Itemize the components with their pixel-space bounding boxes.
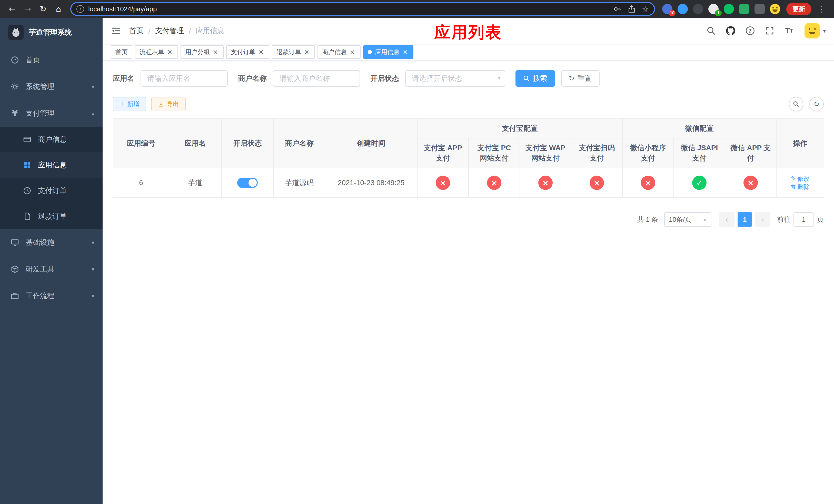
- goto-suffix: 页: [817, 215, 824, 224]
- search-icon[interactable]: [703, 23, 719, 39]
- close-icon[interactable]: ×: [303, 48, 310, 55]
- sidebar-item-pay-order[interactable]: 支付订单: [0, 178, 103, 204]
- close-icon[interactable]: ×: [212, 48, 219, 55]
- info-icon[interactable]: i: [76, 5, 84, 13]
- avatar: [805, 23, 820, 39]
- sidebar-item-label: 系统管理: [26, 82, 54, 92]
- page-number-1[interactable]: 1: [738, 212, 752, 227]
- sidebar-item-label: 应用信息: [38, 160, 67, 170]
- app-table: 应用编号 应用名 开启状态 商户名称 创建时间 支付宝配置 微信配置 操作 支付…: [113, 118, 824, 198]
- tab-home[interactable]: 首页: [111, 45, 132, 59]
- breadcrumb-separator: /: [189, 27, 191, 35]
- tab-user-group[interactable]: 用户分组 ×: [180, 45, 224, 59]
- next-page-button[interactable]: ›: [755, 212, 770, 227]
- col-status: 开启状态: [221, 119, 273, 168]
- browser-update-button[interactable]: 更新: [786, 3, 811, 15]
- extension-icon-1[interactable]: 10: [662, 4, 673, 14]
- sidebar-item-infrastructure[interactable]: 基础设施 ▾: [0, 229, 103, 256]
- goto-label: 前往: [777, 215, 790, 224]
- tab-app-info[interactable]: 应用信息 ×: [363, 45, 413, 59]
- close-icon[interactable]: ×: [258, 48, 265, 55]
- tab-pay-order[interactable]: 支付订单 ×: [226, 45, 269, 59]
- refresh-table-button[interactable]: ↻: [809, 97, 824, 111]
- browser-menu-icon[interactable]: ⋮: [815, 5, 827, 14]
- add-button[interactable]: + 新增: [113, 97, 146, 111]
- alipay-app-status-icon: ×: [436, 176, 450, 190]
- sidebar-item-label: 基础设施: [26, 238, 54, 247]
- key-icon[interactable]: [613, 5, 621, 13]
- edit-button[interactable]: ✎修改: [791, 175, 810, 183]
- sidebar-item-app-info[interactable]: 应用信息: [0, 152, 103, 178]
- extension-badge: 1: [715, 10, 722, 16]
- extension-icon-6[interactable]: [739, 4, 749, 14]
- font-size-icon[interactable]: TT: [781, 23, 797, 39]
- sidebar-item-home[interactable]: 首页: [0, 47, 103, 73]
- github-icon[interactable]: [722, 23, 739, 39]
- app-name-input[interactable]: [140, 70, 228, 87]
- logo-image: [8, 25, 24, 40]
- tab-merchant-info[interactable]: 商户信息 ×: [317, 45, 360, 59]
- browser-forward-icon[interactable]: →: [20, 1, 36, 17]
- close-icon[interactable]: ×: [402, 48, 409, 55]
- status-toggle[interactable]: [237, 178, 258, 188]
- sidebar-item-system[interactable]: 系统管理 ▾: [0, 73, 103, 100]
- edit-icon: ✎: [791, 175, 796, 182]
- navbar-actions: ? TT ▾: [703, 23, 826, 39]
- sidebar-item-pay[interactable]: ¥ 支付管理 ▴: [0, 100, 103, 127]
- url-text[interactable]: localhost:1024/pay/app: [88, 5, 613, 13]
- extension-pin-icon[interactable]: [754, 4, 765, 14]
- merchant-name-label: 商户名称: [238, 74, 267, 83]
- close-icon[interactable]: ×: [166, 48, 173, 55]
- share-icon[interactable]: [628, 5, 636, 13]
- user-avatar-menu[interactable]: ▾: [805, 23, 826, 39]
- chevron-down-icon: ▾: [703, 217, 706, 223]
- browser-back-icon[interactable]: ←: [5, 1, 20, 17]
- sidebar-item-devtools[interactable]: 研发工具 ▾: [0, 256, 103, 282]
- goto-page-input[interactable]: [793, 212, 814, 227]
- prev-page-button[interactable]: ‹: [719, 212, 734, 227]
- bookmark-star-icon[interactable]: ☆: [642, 5, 649, 14]
- extension-icon-3[interactable]: [693, 4, 703, 14]
- export-button[interactable]: 导出: [151, 97, 186, 111]
- col-app-name: 应用名: [169, 119, 221, 168]
- sidebar-fold-icon[interactable]: [111, 26, 121, 36]
- chevron-down-icon: ▾: [91, 84, 94, 90]
- fullscreen-icon[interactable]: [762, 23, 778, 39]
- address-bar[interactable]: i localhost:1024/pay/app ☆: [70, 2, 655, 16]
- browser-refresh-icon[interactable]: ↻: [36, 1, 51, 17]
- status-select[interactable]: [405, 70, 505, 87]
- toggle-search-button[interactable]: [789, 97, 803, 111]
- merchant-name-input[interactable]: [273, 70, 360, 87]
- profile-avatar-icon[interactable]: [770, 4, 780, 14]
- tab-refund-order[interactable]: 退款订单 ×: [272, 45, 315, 59]
- sidebar-item-merchant-info[interactable]: 商户信息: [0, 127, 103, 152]
- sidebar-item-workflow[interactable]: 工作流程 ▾: [0, 282, 103, 309]
- table-row: 6 芋道 芋道源码 2021-10-23 08:49:25 × × × × × …: [113, 168, 824, 198]
- sidebar: 芋道管理系统 首页 系统管理 ▾ ¥ 支付管理 ▴: [0, 18, 103, 504]
- extension-icon-5[interactable]: [724, 4, 734, 14]
- app-logo[interactable]: 芋道管理系统: [0, 18, 103, 47]
- sidebar-item-refund-order[interactable]: 退款订单: [0, 204, 103, 229]
- extensions-area: 10 1: [662, 4, 780, 14]
- reset-button[interactable]: ↻ 重置: [561, 70, 599, 87]
- chevron-down-icon: ▾: [91, 266, 94, 273]
- browser-home-icon[interactable]: ⌂: [51, 1, 66, 17]
- tab-process-form[interactable]: 流程表单 ×: [135, 45, 178, 59]
- col-merchant: 商户名称: [273, 119, 325, 168]
- plus-icon: +: [119, 100, 125, 108]
- cell-app-name: 芋道: [169, 168, 221, 198]
- yen-icon: ¥: [10, 109, 20, 117]
- app-title: 芋道管理系统: [29, 27, 72, 37]
- search-button[interactable]: 搜索: [515, 70, 555, 87]
- help-icon[interactable]: ?: [742, 23, 758, 39]
- cell-app-id: 6: [113, 168, 169, 198]
- close-icon[interactable]: ×: [349, 48, 356, 55]
- credit-card-icon: [23, 135, 32, 143]
- breadcrumb-pay[interactable]: 支付管理: [155, 26, 184, 36]
- page-size-select[interactable]: 10条/页 ▾: [664, 212, 711, 227]
- col-alipay-wap: 支付宝 WAP 网站支付: [520, 138, 571, 168]
- delete-button[interactable]: 删除: [790, 183, 810, 191]
- extension-icon-4[interactable]: 1: [708, 4, 719, 14]
- breadcrumb-home[interactable]: 首页: [129, 26, 144, 36]
- extension-icon-2[interactable]: [678, 4, 688, 14]
